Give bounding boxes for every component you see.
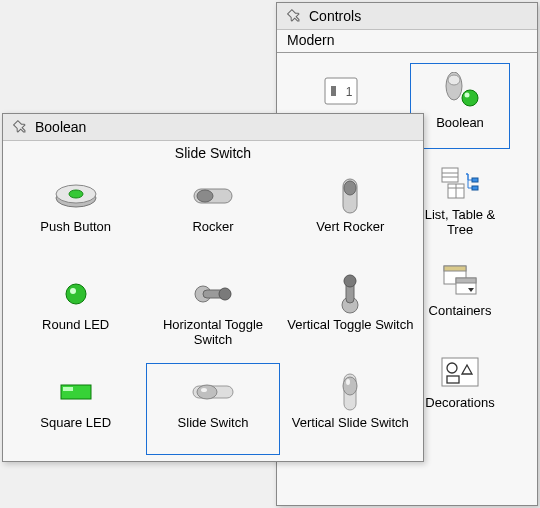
containers-thumb-icon: [438, 258, 482, 302]
push-button-icon: [52, 174, 100, 218]
boolean-item-label: Vertical Toggle Switch: [287, 318, 413, 333]
svg-point-28: [344, 181, 356, 195]
svg-text:1: 1: [346, 85, 353, 99]
boolean-header: Boolean: [3, 114, 423, 141]
boolean-item-label: Round LED: [42, 318, 109, 333]
boolean-category-label: Slide Switch: [3, 141, 423, 167]
boolean-item-label: Slide Switch: [178, 416, 249, 431]
boolean-item-label: Rocker: [192, 220, 233, 235]
boolean-thumb-icon: [436, 70, 484, 114]
boolean-item-square-led[interactable]: Square LED: [9, 363, 142, 455]
svg-point-41: [201, 388, 207, 392]
boolean-item-v-toggle[interactable]: Vertical Toggle Switch: [284, 265, 417, 357]
svg-point-36: [344, 275, 356, 287]
boolean-grid: Push Button Rocker Vert Rocker: [3, 167, 423, 461]
svg-point-26: [197, 190, 213, 202]
controls-item-label: Boolean: [436, 116, 484, 131]
svg-rect-16: [444, 266, 466, 271]
svg-rect-13: [472, 178, 478, 182]
svg-point-6: [465, 93, 470, 98]
svg-point-43: [343, 377, 357, 395]
boolean-item-slide-switch[interactable]: Slide Switch: [146, 363, 279, 455]
boolean-item-vert-rocker[interactable]: Vert Rocker: [284, 167, 417, 259]
controls-title: Controls: [309, 8, 361, 24]
pin-icon[interactable]: [11, 118, 29, 136]
decorations-thumb-icon: [438, 350, 482, 394]
boolean-item-h-toggle[interactable]: Horizontal Toggle Switch: [146, 265, 279, 357]
boolean-title: Boolean: [35, 119, 86, 135]
boolean-item-label: Push Button: [40, 220, 111, 235]
list-tree-thumb-icon: [438, 162, 482, 206]
controls-header: Controls: [277, 3, 537, 30]
controls-item-label: Containers: [429, 304, 492, 319]
svg-point-29: [66, 284, 86, 304]
boolean-item-round-led[interactable]: Round LED: [9, 265, 142, 357]
svg-point-5: [462, 90, 478, 106]
svg-rect-18: [456, 278, 476, 283]
controls-item-label: List, Table & Tree: [413, 208, 507, 238]
round-led-icon: [61, 272, 91, 316]
rocker-icon: [190, 174, 236, 218]
controls-item-containers[interactable]: Containers: [410, 251, 510, 337]
boolean-item-label: Vert Rocker: [316, 220, 384, 235]
controls-item-boolean[interactable]: Boolean: [410, 63, 510, 149]
controls-item-label: Decorations: [425, 396, 494, 411]
v-toggle-icon: [336, 272, 364, 316]
svg-point-24: [69, 190, 83, 198]
controls-subcategory: Modern: [277, 30, 537, 52]
v-slide-switch-icon: [338, 370, 362, 414]
pin-icon[interactable]: [285, 7, 303, 25]
boolean-item-v-slide-switch[interactable]: Vertical Slide Switch: [284, 363, 417, 455]
controls-item-list-tree[interactable]: List, Table & Tree: [410, 155, 510, 245]
svg-rect-38: [63, 387, 73, 391]
numeric-thumb-icon: 1: [319, 70, 363, 114]
svg-rect-14: [472, 186, 478, 190]
svg-point-40: [197, 385, 217, 399]
controls-item-decorations[interactable]: Decorations: [410, 343, 510, 429]
svg-point-4: [448, 75, 460, 85]
boolean-palette: Boolean Slide Switch Push Button Rocker: [2, 113, 424, 462]
square-led-icon: [59, 370, 93, 414]
boolean-item-label: Square LED: [40, 416, 111, 431]
vert-rocker-icon: [337, 174, 363, 218]
boolean-item-label: Vertical Slide Switch: [292, 416, 409, 431]
slide-switch-icon: [189, 370, 237, 414]
svg-point-30: [70, 288, 76, 294]
boolean-item-push-button[interactable]: Push Button: [9, 167, 142, 259]
svg-point-33: [219, 288, 231, 300]
boolean-item-label: Horizontal Toggle Switch: [149, 318, 276, 348]
h-toggle-icon: [191, 272, 235, 316]
svg-rect-1: [331, 86, 336, 96]
boolean-item-rocker[interactable]: Rocker: [146, 167, 279, 259]
svg-rect-7: [442, 168, 458, 182]
svg-point-44: [346, 379, 350, 385]
